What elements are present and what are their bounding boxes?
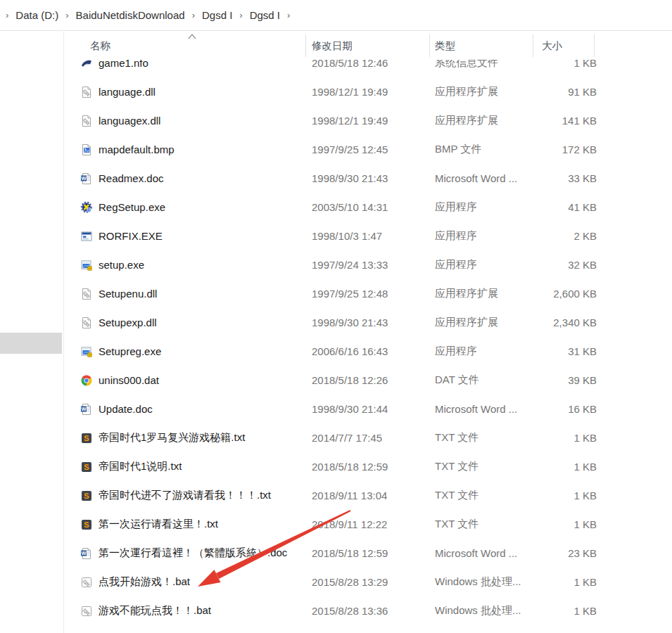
column-header-size[interactable]: 大小 (542, 32, 562, 60)
file-size: 31 KB (491, 337, 597, 366)
nav-pane (0, 32, 64, 633)
column-divider[interactable] (594, 34, 595, 57)
word-doc-icon: W (80, 539, 94, 568)
file-explorer-window: ›Data (D:)›BaiduNetdiskDownload›Dgsd I›D… (0, 0, 672, 633)
table-row[interactable]: 点我开始游戏！.bat 2015/8/28 13:29 Windows 批处理.… (64, 568, 672, 596)
table-row[interactable]: RORFIX.EXE 1998/10/3 1:47 应用程序 2 KB (64, 222, 672, 250)
bmp-icon (80, 135, 94, 164)
file-date: 1998/12/1 19:49 (312, 106, 388, 135)
file-name: language.dll (99, 77, 156, 106)
file-size: 1 KB (491, 510, 597, 539)
file-date: 2014/7/7 17:45 (312, 423, 382, 452)
file-size: 1 KB (491, 596, 597, 625)
table-row[interactable]: S 第一次运行请看这里！.txt 2018/9/11 12:22 TXT 文件 … (64, 510, 672, 539)
breadcrumb-item[interactable]: Data (D:) (13, 7, 61, 23)
sublime-text-icon: S (80, 510, 94, 539)
breadcrumb-item[interactable]: Dgsd I (199, 7, 235, 23)
file-date: 2015/8/28 13:36 (312, 596, 388, 625)
table-row[interactable]: S 帝国时代1说明.txt 2018/5/18 12:59 TXT 文件 1 K… (64, 452, 672, 481)
file-date: 1998/9/30 21:43 (312, 308, 388, 337)
table-row[interactable]: game1.nfo 2018/5/18 12:46 系统信息文件 1 KB (64, 60, 672, 77)
file-name: Setupexp.dll (99, 308, 157, 337)
file-name: unins000.dat (99, 366, 159, 395)
column-divider[interactable] (533, 34, 533, 57)
file-date: 1998/12/1 19:49 (312, 77, 388, 106)
file-type: 应用程序扩展 (435, 279, 498, 308)
chevron-right-icon[interactable]: › (61, 10, 72, 20)
word-doc-icon: W (80, 395, 94, 423)
file-size: 2 KB (491, 222, 597, 250)
file-type: 系统信息文件 (435, 60, 498, 77)
column-header-type[interactable]: 类型 (435, 32, 455, 60)
file-date: 2018/9/11 13:04 (312, 481, 387, 510)
file-size: 41 KB (491, 193, 597, 222)
breadcrumb-item[interactable]: Dgsd I (247, 7, 283, 23)
svg-text:W: W (81, 550, 87, 556)
file-name: Setupenu.dll (99, 279, 157, 308)
chevron-right-icon[interactable]: › (235, 10, 246, 20)
file-type: 应用程序扩展 (435, 77, 498, 106)
file-size: 1 KB (491, 423, 597, 452)
sort-ascending-icon (188, 34, 196, 39)
file-size: 172 KB (491, 135, 597, 164)
file-type: DAT 文件 (435, 366, 479, 395)
table-row[interactable]: 游戏不能玩点我！！.bat 2015/8/28 13:36 Windows 批处… (64, 596, 672, 625)
column-header-name[interactable]: 名称 (90, 32, 110, 60)
dll-icon (80, 77, 94, 106)
table-row[interactable]: W Update.doc 1998/9/30 21:44 Microsoft W… (64, 395, 672, 423)
nav-pane-scrollbar-thumb[interactable] (0, 333, 62, 354)
file-name: game1.nfo (99, 60, 148, 77)
table-row[interactable]: S 帝国时代进不了游戏请看我！！！.txt 2018/9/11 13:04 TX… (64, 481, 672, 510)
file-name: 第一次運行看這裡！（繁體版系統）.doc (99, 539, 287, 568)
table-row[interactable]: W 第一次運行看這裡！（繁體版系統）.doc 2018/5/18 12:59 M… (64, 539, 672, 568)
chevron-right-icon[interactable]: › (283, 10, 294, 20)
file-size: 23 KB (491, 539, 597, 568)
file-date: 1997/9/25 12:48 (312, 279, 388, 308)
file-date: 2018/5/18 12:26 (312, 366, 388, 395)
table-row[interactable]: Setupenu.dll 1997/9/25 12:48 应用程序扩展 2,60… (64, 279, 672, 308)
file-size: 2,340 KB (491, 308, 597, 337)
file-type: TXT 文件 (435, 423, 478, 452)
nfo-icon (80, 60, 94, 77)
file-type: BMP 文件 (435, 135, 481, 164)
table-row[interactable]: W Readmex.doc 1998/9/30 21:43 Microsoft … (64, 164, 672, 193)
file-date: 2018/9/11 12:22 (312, 510, 387, 539)
batch-icon (80, 568, 94, 596)
file-name: 帝国时代1说明.txt (99, 452, 182, 481)
file-size: 32 KB (491, 250, 597, 279)
table-row[interactable]: S 帝国时代1罗马复兴游戏秘籍.txt 2014/7/7 17:45 TXT 文… (64, 423, 672, 452)
svg-text:S: S (84, 434, 89, 442)
column-divider[interactable] (429, 34, 430, 57)
chevron-right-icon[interactable]: › (1, 10, 13, 20)
file-size: 33 KB (491, 164, 597, 193)
table-row[interactable]: unins000.dat 2018/5/18 12:26 DAT 文件 39 K… (64, 366, 672, 395)
svg-text:W: W (81, 175, 87, 181)
table-row[interactable]: setup.exe 1997/9/24 13:33 应用程序 32 KB (64, 250, 672, 279)
svg-text:S: S (84, 463, 89, 471)
table-row[interactable]: Setupexp.dll 1998/9/30 21:43 应用程序扩展 2,34… (64, 308, 672, 337)
table-row[interactable]: mapdefault.bmp 1997/9/25 12:45 BMP 文件 17… (64, 135, 672, 164)
table-row[interactable]: RegSetup.exe 2003/5/10 14:31 应用程序 41 KB (64, 193, 672, 222)
table-row[interactable]: language.dll 1998/12/1 19:49 应用程序扩展 91 K… (64, 77, 672, 106)
chevron-right-icon[interactable]: › (188, 10, 199, 20)
file-size: 39 KB (491, 366, 597, 395)
file-size: 141 KB (491, 106, 597, 135)
file-type: 应用程序 (435, 222, 477, 250)
file-name: mapdefault.bmp (99, 135, 175, 164)
column-header-date[interactable]: 修改日期 (312, 32, 353, 60)
file-date: 2003/5/10 14:31 (312, 193, 388, 222)
batch-icon (80, 596, 94, 625)
table-row[interactable]: Setupreg.exe 2006/6/16 16:43 应用程序 31 KB (64, 337, 672, 366)
dll-icon (80, 308, 94, 337)
table-row[interactable]: languagex.dll 1998/12/1 19:49 应用程序扩展 141… (64, 106, 672, 135)
file-name: setup.exe (99, 250, 144, 279)
file-size: 1 KB (491, 568, 597, 596)
file-list: game1.nfo 2018/5/18 12:46 系统信息文件 1 KB la… (64, 60, 672, 633)
file-date: 2006/6/16 16:43 (312, 337, 388, 366)
file-type: 应用程序 (435, 193, 477, 222)
file-date: 1998/10/3 1:47 (312, 222, 382, 250)
file-name: Setupreg.exe (99, 337, 161, 366)
file-name: 点我开始游戏！.bat (99, 568, 190, 596)
column-divider[interactable] (305, 34, 306, 57)
breadcrumb-item[interactable]: BaiduNetdiskDownload (73, 7, 188, 23)
